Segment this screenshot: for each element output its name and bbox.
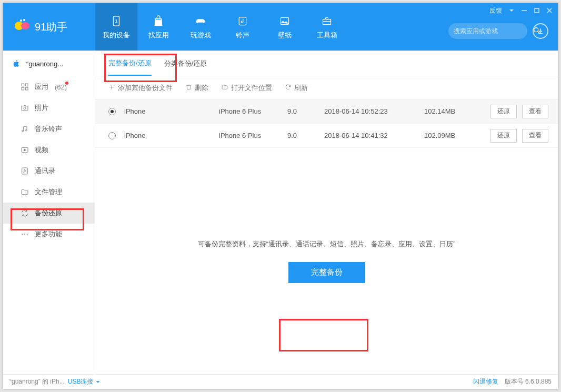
sidebar-label: 照片 — [35, 103, 48, 113]
tabbar: 完整备份/还原 分类备份/还原 — [95, 51, 558, 76]
backup-time: 2018-06-14 10:41:32 — [324, 132, 424, 139]
nav-find-apps[interactable]: 找应用 — [137, 3, 179, 51]
sidebar-label: 更多功能 — [35, 229, 62, 239]
restore-button[interactable]: 还原 — [490, 129, 517, 143]
crash-fix-link[interactable]: 闪退修复 — [473, 377, 498, 386]
sidebar-item-backup[interactable]: 备份还原 — [3, 203, 95, 224]
nav-games[interactable]: 玩游戏 — [179, 3, 222, 51]
more-icon — [20, 229, 29, 239]
full-backup-button[interactable]: 完整备份 — [288, 262, 365, 283]
download-button[interactable] — [533, 23, 548, 39]
svg-point-24 — [25, 129, 27, 131]
svg-point-27 — [24, 169, 26, 171]
nav-label: 壁纸 — [278, 31, 292, 40]
nav-my-device[interactable]: 1 我的设备 — [95, 3, 137, 51]
sidebar-item-photos[interactable]: 照片 — [3, 97, 95, 118]
sidebar-item-videos[interactable]: 视频 — [3, 139, 95, 160]
backup-hint: 可备份完整资料，支持“通讯录、通话记录、短信、照片、备忘录、应用、设置、日历” — [198, 239, 456, 249]
radio-button[interactable] — [108, 132, 116, 139]
tab-category-backup[interactable]: 分类备份/还原 — [164, 52, 207, 76]
tool-add-backup[interactable]: 添加其他备份文件 — [108, 83, 173, 93]
statusbar: “guanrong” 的 iPh... USB连接 闪退修复 版本号 6.6.0… — [3, 374, 558, 389]
backup-os: 9.0 — [287, 132, 324, 139]
nav-label: 工具箱 — [317, 31, 337, 40]
tool-label: 刷新 — [294, 83, 308, 93]
tool-label: 添加其他备份文件 — [118, 83, 173, 93]
backup-time: 2018-06-14 10:52:23 — [324, 107, 424, 115]
backup-size: 102.14MB — [424, 107, 487, 115]
restore-button[interactable]: 还原 — [490, 105, 517, 118]
tool-label: 删除 — [195, 83, 208, 93]
content: 完整备份/还原 分类备份/还原 添加其他备份文件 删除 打开文件位置 — [95, 51, 558, 374]
tool-refresh[interactable]: 刷新 — [285, 83, 308, 93]
sidebar-item-music[interactable]: 音乐铃声 — [3, 118, 95, 139]
svg-rect-19 — [22, 87, 24, 90]
plus-icon — [108, 84, 115, 92]
view-button[interactable]: 查看 — [522, 129, 548, 143]
video-icon — [20, 145, 29, 155]
app-name: 91助手 — [35, 20, 67, 34]
svg-rect-20 — [25, 87, 28, 90]
sync-icon — [20, 208, 29, 218]
tab-full-backup[interactable]: 完整备份/还原 — [108, 52, 152, 76]
sidebar-device[interactable]: “guanrong... — [3, 51, 95, 76]
svg-rect-17 — [22, 84, 24, 86]
svg-rect-10 — [535, 8, 539, 13]
nav-label: 玩游戏 — [191, 31, 211, 40]
maximize-button[interactable] — [534, 7, 540, 14]
close-button[interactable] — [546, 7, 553, 14]
sidebar-item-apps[interactable]: 应用 (62) — [3, 76, 95, 97]
tool-open-location[interactable]: 打开文件位置 — [221, 83, 272, 93]
view-button[interactable]: 查看 — [522, 105, 548, 118]
contacts-icon — [20, 166, 29, 176]
version-label: 版本号 6.6.0.885 — [505, 377, 552, 386]
search-box[interactable] — [448, 23, 527, 39]
sidebar-item-more[interactable]: 更多功能 — [3, 224, 95, 245]
phone-icon: 1 — [109, 14, 123, 28]
nav-bar: 1 我的设备 找应用 玩游戏 铃声 壁纸 工具箱 — [95, 3, 348, 51]
backup-size: 102.09MB — [424, 132, 487, 139]
sidebar-label: 应用 — [35, 82, 48, 92]
feedback-link[interactable]: 反馈 — [489, 6, 502, 15]
nav-toolbox[interactable]: 工具箱 — [306, 3, 348, 51]
nav-label: 找应用 — [148, 31, 169, 40]
svg-rect-6 — [239, 17, 246, 25]
svg-rect-18 — [25, 84, 28, 86]
music-icon — [236, 14, 249, 28]
sidebar-item-files[interactable]: 文件管理 — [3, 182, 95, 203]
sidebar-label: 视频 — [35, 145, 48, 155]
menu-dropdown-icon[interactable] — [508, 7, 515, 14]
svg-point-22 — [24, 107, 26, 109]
bottom-action-area: 可备份完整资料，支持“通讯录、通话记录、短信、照片、备忘录、应用、设置、日历” … — [95, 148, 558, 374]
minimize-button[interactable] — [521, 7, 527, 14]
trash-icon — [185, 84, 192, 92]
camera-icon — [20, 103, 29, 113]
toolbar: 添加其他备份文件 删除 打开文件位置 刷新 — [95, 76, 558, 99]
nav-ringtones[interactable]: 铃声 — [222, 3, 264, 51]
tool-label: 打开文件位置 — [231, 83, 272, 93]
status-connection[interactable]: USB连接 — [68, 377, 101, 386]
toolbox-icon — [320, 14, 334, 28]
backup-name: iPhone — [124, 107, 219, 115]
sidebar-label: 音乐铃声 — [35, 124, 62, 134]
bag-icon — [152, 14, 165, 28]
sidebar-item-contacts[interactable]: 通讯录 — [3, 160, 95, 182]
nav-wallpapers[interactable]: 壁纸 — [264, 3, 306, 51]
music-note-icon — [20, 124, 29, 134]
search-input[interactable] — [454, 27, 533, 35]
svg-text:1: 1 — [115, 18, 117, 23]
backup-row[interactable]: iPhone iPhone 6 Plus 9.0 2018-06-14 10:4… — [95, 124, 558, 148]
app-logo-icon — [14, 17, 31, 36]
svg-point-28 — [22, 234, 23, 235]
tool-delete[interactable]: 删除 — [185, 83, 208, 93]
device-name: “guanrong... — [26, 60, 63, 68]
gamepad-icon — [194, 14, 207, 28]
svg-rect-21 — [22, 106, 28, 111]
image-icon — [278, 14, 292, 28]
backup-row[interactable]: iPhone iPhone 6 Plus 9.0 2018-06-14 10:5… — [95, 99, 558, 124]
radio-button[interactable] — [108, 108, 116, 115]
sidebar-label: 备份还原 — [35, 208, 62, 218]
titlebar-controls: 反馈 — [489, 3, 558, 18]
apps-icon — [20, 82, 29, 92]
sidebar: “guanrong... 应用 (62) 照片 音乐铃声 视频 — [3, 51, 95, 374]
